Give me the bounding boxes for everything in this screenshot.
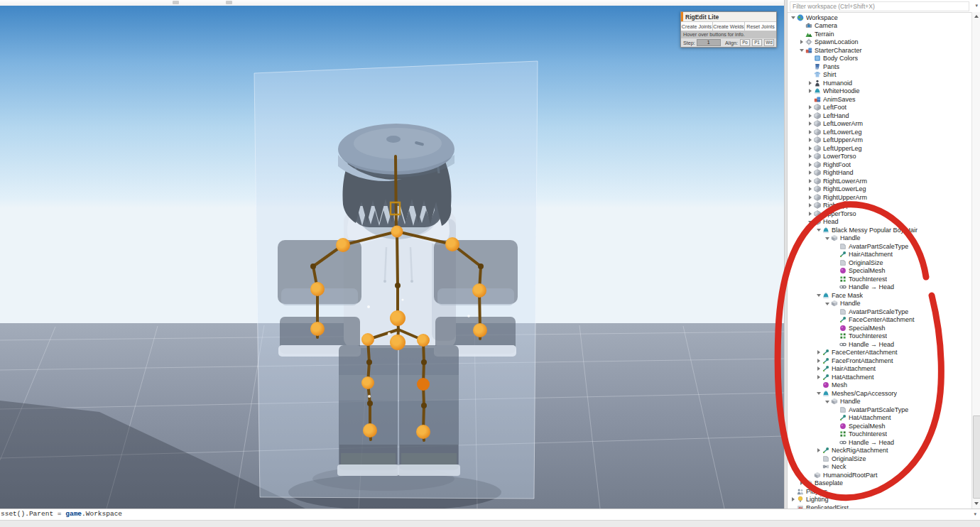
chevron-right-icon[interactable] — [807, 121, 814, 127]
tree-row-players[interactable]: Players — [788, 487, 972, 496]
chevron-right-icon[interactable] — [807, 112, 814, 119]
tree-row-leftlowerleg[interactable]: LeftLowerLeg — [788, 128, 972, 136]
tree-row-hairattachment[interactable]: HairAttachment — [788, 365, 972, 374]
chevron-down-icon[interactable] — [807, 219, 814, 225]
tree-row-neckrigattachment[interactable]: NeckRigAttachment — [788, 447, 972, 455]
tree-row-shirt[interactable]: Shirt — [788, 71, 972, 80]
chevron-right-icon[interactable] — [807, 104, 814, 111]
tree-row-facecenterattachment[interactable]: FaceCenterAttachment — [788, 316, 972, 325]
chevron-right-icon[interactable] — [807, 210, 814, 217]
chevron-down-icon[interactable] — [816, 390, 822, 396]
chevron-down-icon[interactable] — [799, 47, 805, 53]
tree-row-touchinterest[interactable]: TouchInterest — [788, 430, 972, 439]
tree-row-rightupperleg[interactable]: RightUpperLeg — [788, 202, 972, 210]
chevron-right-icon[interactable] — [807, 186, 814, 192]
chevron-right-icon[interactable] — [807, 88, 814, 94]
chevron-right-icon[interactable] — [807, 194, 814, 200]
create-welds-button[interactable]: Create Welds — [713, 22, 745, 31]
tree-row-avatarpartscaletype[interactable]: AvatarPartScaleType — [788, 308, 972, 316]
tree-row-originalsize[interactable]: OriginalSize — [788, 455, 972, 463]
tree-row-lighting[interactable]: Lighting — [788, 496, 972, 504]
tree-row-facecenterattachment[interactable]: FaceCenterAttachment — [788, 349, 972, 357]
chevron-right-icon[interactable] — [807, 129, 814, 135]
chevron-right-icon[interactable] — [816, 357, 822, 364]
tree-row-leftupperleg[interactable]: LeftUpperLeg — [788, 144, 972, 153]
tree-row-handle[interactable]: Handle — [788, 398, 972, 406]
tree-row-whitehoodie[interactable]: WhiteHoodie — [788, 87, 972, 96]
command-bar-input[interactable]: sset().Parent = game.Workspace — [1, 510, 122, 518]
chevron-right-icon[interactable] — [816, 349, 822, 356]
scroll-up-icon[interactable] — [972, 12, 980, 20]
tree-row-hatattachment[interactable]: HatAttachment — [788, 414, 972, 423]
tree-row-startercharacter[interactable]: StarterCharacter — [788, 46, 972, 55]
tree-row-handle-head[interactable]: Handle → Head — [788, 340, 972, 349]
reset-joints-button[interactable]: Reset Joints — [745, 22, 776, 31]
tree-row-handle[interactable]: Handle — [788, 234, 972, 243]
align-wd-button[interactable]: Wd — [764, 39, 774, 46]
tree-row-avatarpartscaletype[interactable]: AvatarPartScaleType — [788, 242, 972, 251]
command-bar-dropdown-icon[interactable]: ▾ — [974, 511, 976, 517]
tree-row-lefthand[interactable]: LeftHand — [788, 112, 972, 120]
chevron-down-icon[interactable] — [824, 398, 831, 405]
chevron-right-icon[interactable] — [807, 170, 814, 176]
tree-row-body-colors[interactable]: Body Colors — [788, 55, 972, 63]
rigedit-titlebar[interactable]: RigEdit Lite — [681, 12, 776, 22]
tree-row-hairattachment[interactable]: HairAttachment — [788, 251, 972, 259]
create-joints-button[interactable]: Create Joints — [681, 22, 713, 31]
tree-row-hatattachment[interactable]: HatAttachment — [788, 373, 972, 381]
tree-row-rightfoot[interactable]: RightFoot — [788, 161, 972, 169]
tree-row-uppertorso[interactable]: UpperTorso — [788, 210, 972, 218]
tree-row-pants[interactable]: Pants — [788, 63, 972, 71]
chevron-right-icon[interactable] — [807, 137, 814, 143]
chevron-right-icon[interactable] — [799, 39, 805, 45]
tree-row-rightlowerarm[interactable]: RightLowerArm — [788, 177, 972, 185]
tree-row-handle-head[interactable]: Handle → Head — [788, 283, 972, 292]
tree-row-avatarpartscaletype[interactable]: AvatarPartScaleType — [788, 406, 972, 414]
explorer-scrollbar[interactable] — [971, 12, 980, 509]
align-po-button[interactable]: Po — [740, 39, 750, 46]
tree-row-touchinterest[interactable]: TouchInterest — [788, 275, 972, 283]
tree-row-face-mask[interactable]: Face Mask — [788, 291, 972, 300]
tree-row-animsaves[interactable]: AnimSaves — [788, 95, 972, 104]
step-input[interactable]: 1 — [697, 39, 721, 46]
tree-row-mesh[interactable]: Mesh — [788, 381, 972, 390]
tree-row-leftfoot[interactable]: LeftFoot — [788, 104, 972, 112]
tree-row-meshes-capaccessory[interactable]: Meshes/CapAccessory — [788, 389, 972, 398]
filter-workspace-input[interactable] — [790, 1, 969, 11]
tree-row-head[interactable]: Head — [788, 218, 972, 227]
tree-row-touchinterest[interactable]: TouchInterest — [788, 332, 972, 341]
align-p1-button[interactable]: P1 — [752, 39, 762, 46]
chevron-down-icon[interactable] — [790, 14, 797, 21]
chevron-right-icon[interactable] — [807, 178, 814, 184]
tree-row-handle[interactable]: Handle — [788, 300, 972, 308]
tree-row-black-messy-popular-boy-hair[interactable]: Black Messy Popular Boy Hair — [788, 226, 972, 234]
tree-row-camera[interactable]: Camera — [788, 22, 972, 31]
tree-row-specialmesh[interactable]: SpecialMesh — [788, 324, 972, 332]
tree-row-spawnlocation[interactable]: SpawnLocation — [788, 38, 972, 47]
chevron-right-icon[interactable] — [790, 496, 797, 503]
chevron-right-icon[interactable] — [799, 480, 805, 487]
chevron-right-icon[interactable] — [807, 202, 814, 209]
chevron-down-icon[interactable] — [816, 227, 822, 233]
tree-row-facefrontattachment[interactable]: FaceFrontAttachment — [788, 357, 972, 365]
chevron-right-icon[interactable] — [816, 447, 822, 454]
tree-row-specialmesh[interactable]: SpecialMesh — [788, 422, 972, 430]
command-bar[interactable]: sset().Parent = game.Workspace ▾ — [0, 509, 980, 521]
tree-row-humanoidrootpart[interactable]: HumanoidRootPart — [788, 471, 972, 479]
tree-row-neck[interactable]: Neck — [788, 463, 972, 472]
chevron-right-icon[interactable] — [807, 161, 814, 168]
tree-row-leftlowerarm[interactable]: LeftLowerArm — [788, 120, 972, 129]
chevron-right-icon[interactable] — [816, 374, 822, 380]
chevron-down-icon[interactable] — [824, 235, 831, 241]
chevron-right-icon[interactable] — [816, 366, 822, 372]
tree-row-workspace[interactable]: Workspace — [788, 13, 972, 22]
tree-row-terrain[interactable]: Terrain — [788, 30, 972, 38]
3d-viewport[interactable]: RigEdit Lite Create Joints Create Welds … — [0, 6, 784, 509]
chevron-right-icon[interactable] — [807, 153, 814, 160]
tree-row-specialmesh[interactable]: SpecialMesh — [788, 267, 972, 276]
chevron-right-icon[interactable] — [807, 145, 814, 151]
tree-row-humanoid[interactable]: Humanoid — [788, 79, 972, 87]
chevron-down-icon[interactable] — [824, 300, 831, 307]
tree-row-handle-head[interactable]: Handle → Head — [788, 438, 972, 447]
tree-row-originalsize[interactable]: OriginalSize — [788, 259, 972, 267]
